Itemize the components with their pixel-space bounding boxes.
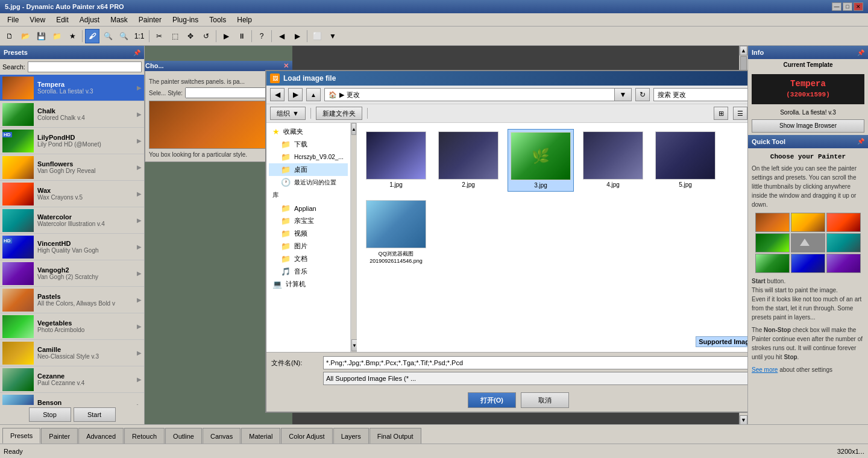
- sidebar-video[interactable]: 📁 视频: [269, 227, 348, 240]
- tb-paint-active[interactable]: 🖌: [85, 29, 99, 43]
- tb-arrow-left[interactable]: ◀: [274, 29, 289, 43]
- tb-move[interactable]: ✥: [183, 29, 198, 43]
- show-browser-button[interactable]: Show Image Browser: [752, 119, 864, 133]
- minimize-button[interactable]: —: [832, 2, 841, 11]
- file-item-4[interactable]: 4.jpg: [580, 129, 646, 192]
- tab-final-output[interactable]: Final Output: [370, 428, 421, 444]
- file-item-1[interactable]: 1.jpg: [363, 129, 429, 192]
- tb-zoom-in[interactable]: 🔍: [101, 29, 115, 43]
- preset-item-camille[interactable]: Camille Neo-Classical Style v.3 ▶: [0, 340, 144, 366]
- preset-item-wax[interactable]: Wax Wax Crayons v.5 ▶: [0, 181, 144, 207]
- preset-item-vegetables[interactable]: Vegetables Photo Arcimboldo ▶: [0, 313, 144, 340]
- dialog-cancel-button[interactable]: 取消: [521, 392, 569, 408]
- preset-item-sunflowers[interactable]: Sunflowers Van Gogh Dry Reveal ▶: [0, 154, 144, 181]
- tab-color-adjust[interactable]: Color Adjust: [281, 428, 332, 444]
- sidebar-scroll-up[interactable]: ▲: [351, 123, 356, 135]
- see-more-link[interactable]: See more: [752, 366, 778, 373]
- tb-star[interactable]: ★: [65, 29, 80, 43]
- dialog-back-btn[interactable]: ◀: [270, 88, 285, 101]
- tb-square[interactable]: ⬜: [310, 29, 324, 43]
- tb-arrow-right[interactable]: ▶: [290, 29, 304, 43]
- maximize-button[interactable]: □: [843, 2, 852, 11]
- tab-presets[interactable]: Presets: [2, 428, 40, 444]
- preset-name-benson: Benson: [37, 399, 133, 405]
- stop-button[interactable]: Stop: [29, 407, 71, 422]
- tb-open[interactable]: 📂: [18, 29, 33, 43]
- tb-save-as[interactable]: 📁: [49, 29, 64, 43]
- sidebar-qinbao[interactable]: 📁 亲宝宝: [269, 215, 348, 227]
- view-list-btn[interactable]: ☰: [733, 107, 747, 120]
- filetype-select[interactable]: All Supported Image Files (* ...: [323, 372, 747, 385]
- sidebar-recent[interactable]: 🕐 最近访问的位置: [269, 176, 348, 189]
- view-grid-btn[interactable]: ⊞: [714, 107, 728, 120]
- preset-item-vangogh2[interactable]: Vangogh2 Van Gogh (2) Scratchy ▶: [0, 260, 144, 287]
- preset-item-chalk[interactable]: Chalk Colored Chalk v.4 ▶: [0, 101, 144, 128]
- menu-adjust[interactable]: Adjust: [75, 14, 104, 25]
- sidebar-hcrszyb[interactable]: 📁 Hcrszyb_V9.02_...: [269, 151, 348, 163]
- tb-more[interactable]: ▼: [326, 29, 340, 43]
- preset-info-sunflowers: Sunflowers Van Gogh Dry Reveal: [37, 160, 133, 174]
- start-button[interactable]: Start: [74, 407, 116, 422]
- close-button[interactable]: ✕: [854, 2, 863, 11]
- sidebar-desktop[interactable]: 📁 桌面: [269, 163, 348, 176]
- dialog-open-button[interactable]: 打开(O): [468, 392, 516, 408]
- organize-btn[interactable]: 组织 ▼: [270, 107, 306, 120]
- preset-item-tempera[interactable]: Tempera Sorolla. La fiesta! v.3 ▶: [0, 75, 144, 101]
- video-icon: 📁: [281, 229, 291, 238]
- filename-input[interactable]: [323, 356, 747, 369]
- sidebar-favorites[interactable]: ★ 收藏夹: [269, 125, 348, 138]
- tb-save[interactable]: 💾: [34, 29, 48, 43]
- sidebar-computer[interactable]: 💻 计算机: [269, 278, 348, 290]
- dialog-forward-btn[interactable]: ▶: [288, 88, 303, 101]
- menu-painter[interactable]: Painter: [134, 14, 166, 25]
- tab-material[interactable]: Material: [241, 428, 280, 444]
- preset-item-pastels[interactable]: Pastels All the Colors, Allways Bold v ▶: [0, 287, 144, 313]
- menu-view[interactable]: View: [25, 14, 50, 25]
- menu-help[interactable]: Help: [232, 14, 257, 25]
- panel-footer: Stop Start: [0, 405, 144, 424]
- preset-thumb-pastels: [2, 289, 34, 312]
- tb-crop[interactable]: ✂: [152, 29, 166, 43]
- tb-zoom-1[interactable]: 1:1: [132, 29, 146, 43]
- sidebar-pictures[interactable]: 📁 图片: [269, 240, 348, 253]
- sidebar-applian[interactable]: 📁 Applian: [269, 202, 348, 215]
- sidebar-documents[interactable]: 📁 文档: [269, 253, 348, 265]
- menu-file[interactable]: File: [2, 14, 24, 25]
- tb-play[interactable]: ▶: [219, 29, 233, 43]
- tb-select[interactable]: ⬚: [168, 29, 182, 43]
- file-item-qq[interactable]: QQ浏览器截图20190926114546.png: [363, 198, 429, 266]
- preset-item-lily[interactable]: HD LilyPondHD Lily Pond HD (@Monet) ▶: [0, 128, 144, 154]
- tab-canvas[interactable]: Canvas: [203, 428, 241, 444]
- menu-edit[interactable]: Edit: [51, 14, 74, 25]
- sidebar-music[interactable]: 🎵 音乐: [269, 265, 348, 278]
- menu-tools[interactable]: Tools: [204, 14, 231, 25]
- tab-painter[interactable]: Painter: [41, 428, 78, 444]
- tb-zoom-out[interactable]: 🔍: [116, 29, 131, 43]
- new-folder-btn[interactable]: 新建文件夹: [316, 107, 362, 120]
- preset-sub-wax: Wax Crayons v.5: [37, 194, 133, 201]
- tab-retouch[interactable]: Retouch: [124, 428, 165, 444]
- refresh-btn[interactable]: ↻: [635, 88, 650, 101]
- preset-item-cezanne[interactable]: Cezanne Paul Cezanne v.4 ▶: [0, 366, 144, 393]
- tb-new[interactable]: 🗋: [2, 29, 17, 43]
- tab-advanced[interactable]: Advanced: [78, 428, 124, 444]
- dialog-up-btn[interactable]: ▲: [306, 88, 321, 101]
- tb-rotate[interactable]: ↺: [199, 29, 213, 43]
- tab-outline[interactable]: Outline: [165, 428, 202, 444]
- tab-layers[interactable]: Layers: [333, 428, 369, 444]
- file-item-3[interactable]: 🌿 3.jpg: [508, 129, 574, 192]
- preset-item-benson[interactable]: Benson Sunny Mediterranean vA ▶: [0, 393, 144, 405]
- file-item-2[interactable]: 2.jpg: [435, 129, 502, 192]
- pin-icon: 📌: [133, 49, 140, 56]
- preset-item-vincent[interactable]: HD VincentHD High Quality Van Gogh ▶: [0, 234, 144, 260]
- search-input[interactable]: [28, 61, 142, 72]
- dialog-search-bar[interactable]: 搜索 更改: [653, 88, 747, 101]
- tb-pause[interactable]: ⏸: [234, 29, 249, 43]
- sidebar-downloads[interactable]: 📁 下载: [269, 138, 348, 151]
- tb-help[interactable]: ?: [254, 29, 269, 43]
- preset-item-watercolor[interactable]: Watercolor Watercolor Illustration v.4 ▶: [0, 207, 144, 234]
- path-dropdown-btn[interactable]: ▼: [615, 88, 632, 101]
- menu-mask[interactable]: Mask: [105, 14, 133, 25]
- file-item-5[interactable]: 5.jpg: [652, 129, 719, 192]
- menu-plugins[interactable]: Plug-ins: [168, 14, 203, 25]
